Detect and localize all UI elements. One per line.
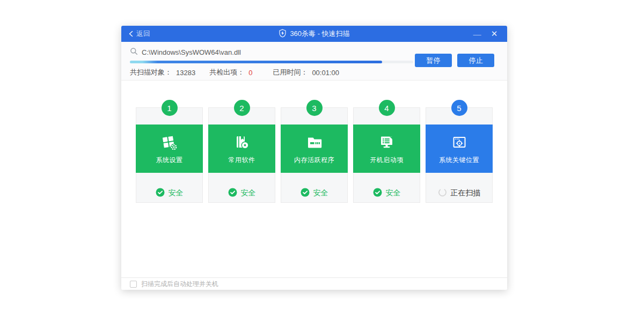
card-status: 正在扫描 (426, 188, 492, 199)
card-category-block: 常用软件 (208, 125, 275, 173)
back-button[interactable]: 返回 (128, 29, 150, 39)
card-number-badge: 5 (451, 100, 467, 116)
window-title: 360杀毒 - 快速扫描 (290, 29, 349, 39)
pause-button[interactable]: 暂停 (415, 54, 452, 67)
card-category-block: 系统关键位置 (426, 125, 493, 173)
windows-gear-icon (160, 133, 179, 152)
window-title-area: 360杀毒 - 快速扫描 (121, 26, 507, 42)
scan-header: C:\Windows\SysWOW64\van.dll 共扫描对象： 13283… (121, 42, 507, 80)
stat-elapsed-time: 已用时间： 00:01:00 (273, 68, 339, 77)
check-circle-icon (156, 188, 165, 199)
stat-value-detected: 0 (248, 69, 252, 77)
window-target-icon (450, 133, 469, 152)
card-number-badge: 4 (379, 100, 395, 116)
back-button-label: 返回 (136, 29, 150, 39)
stat-label: 已用时间： (273, 68, 308, 77)
card-status-text: 安全 (241, 188, 256, 198)
card-status: 安全 (136, 188, 202, 199)
folder-memory-icon (305, 133, 324, 152)
card-status: 安全 (354, 188, 420, 199)
close-icon[interactable]: ✕ (488, 27, 501, 40)
card-number-badge: 3 (306, 100, 323, 116)
scan-control-buttons: 暂停 停止 (415, 54, 494, 67)
monitor-list-icon (377, 133, 397, 152)
software-disc-icon (232, 133, 252, 152)
stat-value: 00:01:00 (312, 69, 339, 77)
chevron-left-icon (128, 30, 134, 38)
card-system-critical-locations: 5 系统关键位置 (426, 107, 493, 203)
card-label: 常用软件 (229, 156, 255, 165)
card-label: 内存活跃程序 (294, 156, 334, 165)
stat-label: 共检出项： (209, 68, 244, 77)
card-label: 开机启动项 (370, 156, 404, 165)
scan-progress-fill (130, 61, 382, 63)
search-icon (130, 47, 138, 57)
card-label: 系统关键位置 (439, 156, 479, 165)
card-system-settings: 1 系统设置 (136, 107, 203, 203)
check-circle-icon (228, 188, 237, 199)
minimize-icon[interactable]: — (471, 27, 484, 40)
stat-detected-items: 共检出项： 0 (209, 68, 252, 77)
shutdown-after-scan-checkbox[interactable] (130, 281, 137, 288)
scan-categories: 1 系统设置 (121, 80, 507, 203)
card-label: 系统设置 (156, 156, 183, 165)
card-status: 安全 (209, 188, 275, 199)
scan-progress-bar (130, 61, 413, 63)
card-status: 安全 (281, 188, 347, 199)
card-common-software: 2 常用软件 安全 (208, 107, 275, 203)
card-memory-programs: 3 内存活跃程序 安全 (281, 107, 348, 203)
window-controls: — ✕ (471, 27, 501, 40)
stat-value: 13283 (176, 69, 195, 77)
card-number-badge: 1 (162, 100, 178, 116)
card-startup-items: 4 (353, 107, 420, 203)
card-category-block: 内存活跃程序 (281, 125, 348, 173)
check-circle-icon (301, 188, 310, 199)
shutdown-after-scan-label: 扫描完成后自动处理并关机 (141, 280, 218, 289)
card-category-block: 系统设置 (136, 125, 203, 173)
card-number-badge: 2 (234, 100, 250, 116)
antivirus-scan-window: 返回 360杀毒 - 快速扫描 — ✕ C:\Windows\SysWOW64\… (121, 26, 507, 290)
stop-button[interactable]: 停止 (457, 54, 494, 67)
shield-bolt-icon (279, 29, 287, 39)
card-status-text: 安全 (313, 188, 328, 198)
current-scan-path: C:\Windows\SysWOW64\van.dll (142, 48, 241, 56)
card-status-text: 安全 (386, 188, 401, 198)
stat-scanned-objects: 共扫描对象： 13283 (130, 68, 195, 77)
stat-label: 共扫描对象： (130, 68, 172, 77)
scan-stats-row: 共扫描对象： 13283 共检出项： 0 已用时间： 00:01:00 (130, 68, 499, 77)
footer-bar: 扫描完成后自动处理并关机 (121, 277, 507, 290)
card-status-text: 安全 (169, 188, 184, 198)
card-status-text: 正在扫描 (451, 188, 481, 198)
check-circle-icon (373, 188, 382, 199)
titlebar: 返回 360杀毒 - 快速扫描 — ✕ (121, 26, 507, 42)
card-category-block: 开机启动项 (353, 125, 420, 173)
spinner-icon (438, 188, 447, 199)
